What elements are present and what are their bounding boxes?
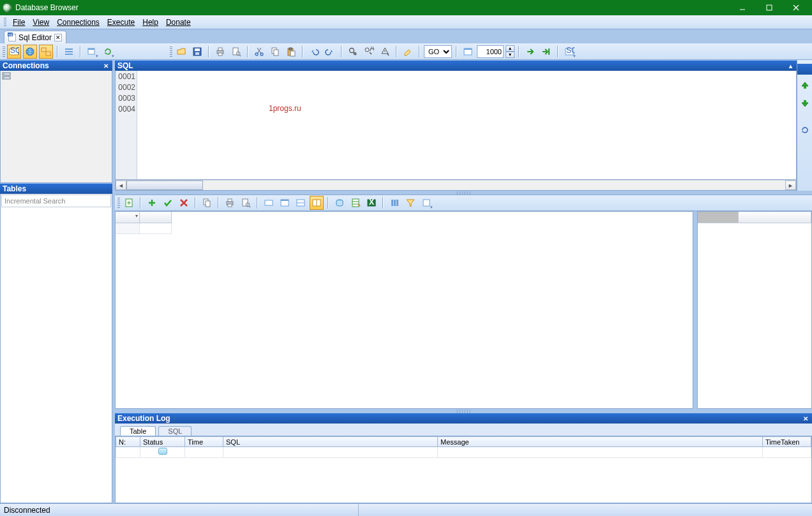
grid-column-header[interactable] — [140, 212, 172, 223]
sql-editor[interactable]: 1progs.ru — [137, 71, 796, 179]
print-preview-icon[interactable] — [229, 45, 243, 59]
svg-point-44 — [3, 77, 4, 78]
toolbar-grip-1[interactable] — [3, 47, 5, 57]
minimize-button[interactable] — [729, 0, 756, 15]
exec-tab-table[interactable]: Table — [120, 426, 156, 436]
menu-file[interactable]: File — [9, 17, 29, 28]
copy-icon[interactable] — [268, 45, 282, 59]
scroll-thumb[interactable] — [126, 181, 203, 190]
scroll-right-icon[interactable]: ► — [785, 181, 796, 190]
export-excel-icon[interactable]: X — [365, 196, 379, 210]
detail-col-1[interactable] — [698, 212, 739, 223]
options-dropdown[interactable] — [419, 196, 433, 210]
move-down-icon[interactable] — [798, 96, 812, 110]
open-file-icon[interactable] — [174, 45, 188, 59]
results-detail-grid[interactable] — [697, 211, 812, 409]
svg-rect-16 — [195, 52, 199, 55]
export-icon[interactable] — [333, 196, 347, 210]
tab-close-icon[interactable]: ✕ — [54, 34, 62, 41]
sql-panel-header: SQL ▴ — [115, 60, 797, 71]
col-n[interactable]: N: — [116, 437, 140, 447]
refresh-editor-icon[interactable] — [798, 123, 812, 137]
svg-rect-19 — [218, 53, 222, 55]
toolbar-grip-3[interactable] — [117, 198, 120, 208]
connections-tree[interactable] — [0, 71, 112, 183]
refresh-dropdown[interactable] — [101, 45, 115, 59]
commit-icon[interactable] — [161, 196, 175, 210]
delete-row-icon[interactable] — [177, 196, 191, 210]
col-time[interactable]: Time — [185, 437, 223, 447]
col-timetaken[interactable]: TimeTaken — [763, 437, 811, 447]
menu-connections[interactable]: Connections — [53, 17, 103, 28]
close-button[interactable] — [783, 0, 809, 15]
find-icon[interactable] — [346, 45, 360, 59]
toolbar-grip-2[interactable] — [170, 47, 172, 57]
sql-collapse-icon[interactable]: ▴ — [786, 62, 794, 70]
view-globe-toggle[interactable] — [23, 45, 37, 59]
execution-log-table[interactable]: N: Status Time SQL Message TimeTaken — [115, 436, 812, 503]
row-limit-spinner[interactable]: ▲▼ — [506, 45, 515, 58]
find-replace-icon[interactable]: A — [362, 45, 376, 59]
view-sql-toggle[interactable]: SQL — [7, 45, 21, 59]
add-row-icon[interactable] — [145, 196, 159, 210]
result-window-icon[interactable] — [461, 45, 475, 59]
view-form-icon[interactable] — [278, 196, 292, 210]
execution-log-close-icon[interactable]: ✕ — [802, 415, 809, 422]
scroll-left-icon[interactable]: ◄ — [116, 181, 126, 190]
view-grid-icon[interactable] — [262, 196, 276, 210]
copy-results-icon[interactable] — [200, 196, 214, 210]
svg-rect-26 — [274, 50, 278, 55]
detail-col-2[interactable] — [739, 212, 811, 223]
view-split-h-icon[interactable] — [294, 196, 308, 210]
execution-log-row[interactable] — [116, 447, 811, 458]
refresh-results-icon[interactable] — [122, 196, 136, 210]
svg-rect-37 — [464, 48, 472, 50]
print-preview-results-icon[interactable] — [239, 196, 253, 210]
svg-rect-64 — [352, 199, 359, 207]
go-separator-select[interactable]: GO — [424, 45, 452, 58]
sql-tools-dropdown[interactable]: SQL — [562, 45, 576, 59]
grid-corner-menu[interactable] — [116, 212, 140, 223]
col-status[interactable]: Status — [140, 437, 185, 447]
execute-icon[interactable] — [523, 45, 538, 59]
menubar-grip[interactable] — [4, 18, 6, 27]
new-window-dropdown[interactable] — [85, 45, 99, 59]
editor-horizontal-scrollbar[interactable]: ◄ ► — [115, 180, 797, 191]
cut-icon[interactable] — [252, 45, 266, 59]
svg-rect-8 — [46, 52, 50, 55]
connections-close-icon[interactable]: ✕ — [102, 62, 110, 70]
view-layout-toggle[interactable] — [39, 45, 53, 59]
columns-icon[interactable] — [387, 196, 402, 210]
tables-tree[interactable] — [1, 208, 112, 503]
svg-rect-51 — [228, 199, 232, 202]
print-results-icon[interactable] — [223, 196, 237, 210]
view-split-v-icon[interactable] — [310, 196, 324, 210]
svg-line-55 — [249, 206, 250, 207]
exec-tab-sql[interactable]: SQL — [158, 426, 192, 436]
move-up-icon[interactable] — [798, 78, 812, 92]
filter-icon[interactable] — [403, 196, 417, 210]
svg-rect-18 — [218, 48, 222, 50]
col-sql[interactable]: SQL — [223, 437, 438, 447]
svg-rect-46 — [804, 100, 806, 103]
export-csv-icon[interactable] — [349, 196, 363, 210]
col-message[interactable]: Message — [438, 437, 763, 447]
menu-execute[interactable]: Execute — [103, 17, 139, 28]
undo-icon[interactable] — [307, 45, 321, 59]
panel-list-icon[interactable] — [62, 45, 76, 59]
goto-icon[interactable] — [378, 45, 392, 59]
menu-help[interactable]: Help — [139, 17, 162, 28]
row-limit-input[interactable] — [477, 45, 504, 58]
menu-donate[interactable]: Donate — [162, 17, 195, 28]
tab-sql-editor[interactable]: Sql Editor ✕ — [4, 31, 66, 43]
redo-icon[interactable] — [323, 45, 337, 59]
save-icon[interactable] — [190, 45, 204, 59]
clear-icon[interactable] — [401, 45, 415, 59]
print-icon[interactable] — [213, 45, 227, 59]
menu-view[interactable]: View — [29, 17, 53, 28]
maximize-button[interactable] — [756, 0, 783, 15]
results-grid[interactable] — [115, 211, 693, 409]
incremental-search-input[interactable] — [1, 195, 111, 207]
execute-step-icon[interactable] — [539, 45, 553, 59]
paste-icon[interactable] — [284, 45, 298, 59]
